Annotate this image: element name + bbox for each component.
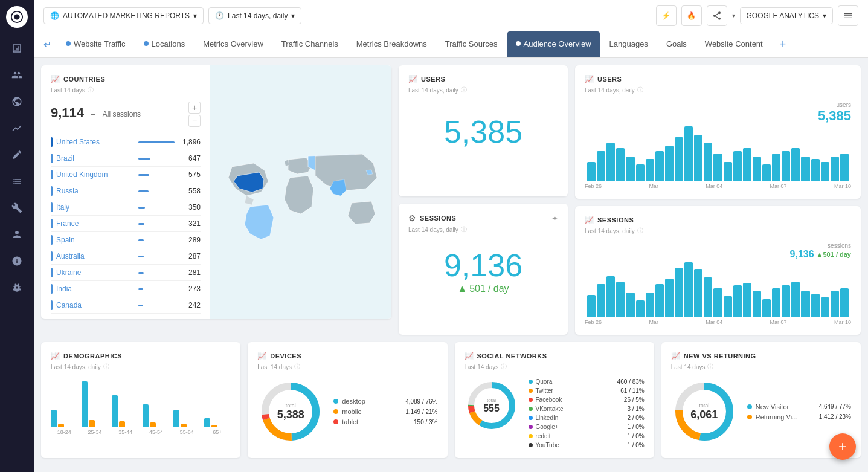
sidebar-list-icon[interactable] [6,170,28,192]
demo-orange-bar [150,422,156,427]
social-header: 📈 SOCIAL NETWORKS [465,352,645,360]
users-small-value: 5,385 [408,114,558,150]
country-list: United States 1,896 Brazil 647 United Ki… [51,134,201,314]
social-name: Facebook [536,396,621,403]
new-returning-title: NEW VS RETURNING [684,352,756,360]
sessions-chart-trend-icon: 📈 [585,216,594,224]
tab-traffic-channels[interactable]: Traffic Channels [273,31,347,58]
collapse-btn[interactable]: − [188,115,201,127]
users-small-value-wrap: 5,385 [408,102,558,162]
country-row: United Kingdom 575 [51,167,201,183]
bar [821,162,829,181]
devices-legend: desktop 4,089 / 76% mobile 1,149 / 21% t… [333,398,437,425]
google-analytics-dropdown[interactable]: GOOGLE ANALYTICS ▾ [740,7,833,24]
country-name[interactable]: Ukraine [56,268,133,277]
country-color-bar [51,154,53,163]
tab-website-content[interactable]: Website Content [696,31,771,58]
tab-audience-overview[interactable]: Audience Overview [507,31,600,58]
lightning-icon-btn[interactable]: ⚡ [656,5,677,26]
tab-languages[interactable]: Languages [601,31,657,58]
sidebar-person-icon[interactable] [6,224,28,245]
date-label: Last 14 days, daily [228,11,288,20]
country-bar-wrap [138,158,175,160]
social-name: VKontakte [536,406,625,412]
country-value: 1,896 [179,138,201,146]
country-name[interactable]: Russia [56,187,133,195]
country-row: France 321 [51,216,201,232]
country-value: 350 [179,203,201,212]
logo[interactable] [6,6,28,28]
country-name[interactable]: Australia [56,252,133,260]
tab-back-btn[interactable]: ↵ [39,39,56,50]
bar [762,164,771,181]
country-color-bar [51,235,53,245]
bar [616,282,625,317]
bar [772,288,780,317]
country-value: 321 [179,219,201,228]
users-value-label: users [585,102,851,108]
bar [713,288,722,317]
tab-label: Traffic Channels [281,39,338,48]
bar [636,164,645,181]
country-color-bar [51,300,53,310]
fire-icon-btn[interactable]: 🔥 [681,5,702,26]
bar [694,269,702,317]
country-value: 558 [179,187,201,195]
demo-blue-bar [143,404,149,427]
country-bar-wrap [138,174,175,176]
tab-traffic-sources[interactable]: Traffic Sources [437,31,506,58]
countries-subtitle: Last 14 days ⓘ [51,86,201,94]
sidebar-people-icon[interactable] [6,64,28,86]
country-name[interactable]: United Kingdom [56,170,133,179]
countries-left: 📈 COUNTRIES Last 14 days ⓘ 9,114 – All s… [41,65,210,319]
sidebar-bug-icon[interactable] [6,277,28,299]
menu-icon-btn[interactable] [838,5,858,26]
country-name[interactable]: France [56,219,133,228]
tab-add-btn[interactable]: + [775,38,791,51]
social-value: 1 / 0% [627,442,644,448]
sidebar-globe-icon[interactable] [6,91,28,112]
country-name[interactable]: United States [56,138,133,146]
country-color-bar [51,251,53,261]
tab-website-traffic[interactable]: Website Traffic [57,31,134,58]
bar [724,162,732,181]
social-legend-item: Facebook 26 / 5% [529,396,645,403]
legend-new-visitor: New Visitor 4,649 / 77% [747,403,851,410]
country-color-bar [51,170,53,179]
country-name[interactable]: Spain [56,236,133,244]
sidebar-chart-icon[interactable] [6,37,28,59]
tab-label: Goals [666,39,687,48]
date-dropdown[interactable]: 🕐 Last 14 days, daily ▾ [208,7,301,24]
bar [713,154,722,181]
bar [743,148,751,181]
demo-bar-group [51,410,78,427]
country-name[interactable]: Brazil [56,154,133,163]
country-name[interactable]: Canada [56,301,133,309]
country-name[interactable]: India [56,285,133,293]
share-icon-btn[interactable] [707,5,727,26]
sessions-value-label: sessions [585,242,851,249]
tab-metrics-breakdowns[interactable]: Metrics Breakdowns [348,31,436,58]
sessions-settings-icon[interactable]: ✦ [551,214,558,223]
bar [636,300,645,317]
sidebar-edit-icon[interactable] [6,144,28,166]
devices-card: 📈 DEVICES Last 14 days ⓘ [248,342,447,458]
report-dropdown[interactable]: 🌐 AUTOMATED MARKETING REPORTS ▾ [43,7,204,24]
social-legend-item: reddit 1 / 0% [529,433,645,439]
fab-button[interactable]: + [829,433,856,460]
tab-goals[interactable]: Goals [658,31,695,58]
bar [743,283,751,317]
country-bar-wrap [138,141,175,143]
tab-locations[interactable]: Locations [135,31,194,58]
new-visitor-dot [747,404,752,409]
sidebar-tools-icon[interactable] [6,197,28,219]
sidebar-analytics-icon[interactable] [6,117,28,139]
tab-metrics-overview[interactable]: Metrics Overview [194,31,272,58]
sidebar-info-icon[interactable] [6,250,28,272]
expand-btn[interactable]: + [188,102,201,114]
country-name[interactable]: Italy [56,203,133,212]
bar [587,295,596,317]
ga-dropdown-arrow: ▾ [823,11,826,20]
social-donut-center: total 555 [483,398,500,414]
users-chart-header: 📈 USERS [585,75,851,83]
